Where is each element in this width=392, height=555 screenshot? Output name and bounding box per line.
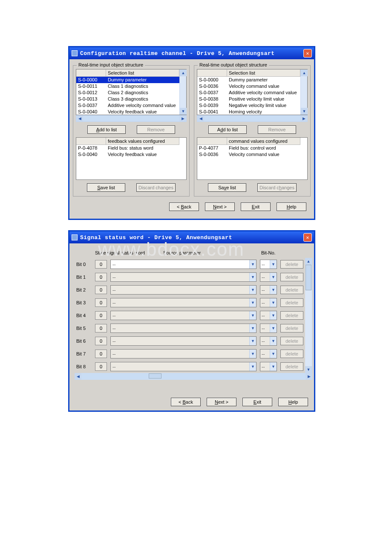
list-item[interactable]: S-0-0000Dummy parameter <box>76 77 179 83</box>
bit-state: 0 <box>95 298 107 307</box>
hscrollbar[interactable]: ◀ ▶ <box>76 115 187 122</box>
scroll-thumb[interactable] <box>149 373 161 379</box>
delete-button: delete <box>280 298 303 307</box>
list-item[interactable]: S-0-0037Additive velocity command value <box>76 102 179 109</box>
scrollbar[interactable]: ▲ ▼ <box>179 69 186 115</box>
scroll-thumb[interactable] <box>306 265 311 290</box>
col-bitno-header: Bit-No. <box>261 250 287 255</box>
scroll-up-icon[interactable]: ▲ <box>305 258 312 265</box>
scroll-down-icon[interactable]: ▼ <box>305 366 312 373</box>
list-item[interactable]: P-0-4078Field bus: status word <box>76 145 179 151</box>
scroll-down-icon[interactable]: ▼ <box>180 108 187 115</box>
save-list-button[interactable]: Save list <box>87 183 125 192</box>
col-state-header: State signal status word <box>95 250 163 255</box>
scroll-left-icon[interactable]: ◀ <box>75 373 81 380</box>
next-button[interactable]: Next > <box>205 202 235 211</box>
bit-no-select: --▼ <box>260 311 277 320</box>
list-item[interactable]: S-0-0000Dummy parameter <box>197 77 300 83</box>
input-group-legend: Real-time input object structure <box>77 62 145 67</box>
remove-button: Remove <box>258 125 296 134</box>
list-item[interactable]: S-0-0011Class 1 diagnostics <box>76 83 179 90</box>
bit-state: 0 <box>95 311 107 320</box>
chevron-down-icon: ▼ <box>249 273 256 281</box>
hscrollbar[interactable]: ◀ ▶ <box>197 115 308 122</box>
input-structure-group: Real-time input object structure Selecti… <box>73 65 190 197</box>
list-item[interactable]: S-0-0040Velocity feedback value <box>76 151 179 158</box>
bit-no-select[interactable]: --▼ <box>260 260 277 269</box>
list-item[interactable]: S-0-0039Negative velocity limit value <box>197 102 300 109</box>
add-to-list-button[interactable]: Add to list <box>208 125 247 134</box>
scroll-right-icon[interactable]: ▶ <box>300 116 307 121</box>
hscrollbar[interactable]: ◀ ▶ <box>75 373 312 380</box>
delete-button: delete <box>280 260 303 269</box>
window-title: Signal status word - Drive 5, Anwendungs… <box>80 234 232 241</box>
back-button[interactable]: < Back <box>171 398 201 406</box>
list-item[interactable]: P-0-4077Field bus: control word <box>197 145 300 151</box>
list-item[interactable]: S-0-0013Class 3 diagnostics <box>76 96 179 102</box>
exit-button[interactable]: Exit <box>242 398 272 406</box>
bit-label: Bit 6 <box>76 338 92 344</box>
feedback-configured-list[interactable]: feedback values configured P-0-4078Field… <box>76 137 187 180</box>
discard-changes-button: Discard changes <box>136 183 176 192</box>
chevron-down-icon[interactable]: ▼ <box>249 260 256 269</box>
chevron-down-icon: ▼ <box>249 362 256 371</box>
command-configured-list[interactable]: command values configured P-0-4077Field … <box>197 137 308 180</box>
chevron-down-icon[interactable]: ▼ <box>270 260 277 269</box>
help-button[interactable]: Help <box>278 398 308 406</box>
chevron-down-icon: ▼ <box>249 298 256 307</box>
source-parameter-select: --▼ <box>110 349 257 358</box>
bit-row: Bit 30--▼--▼delete <box>75 296 312 309</box>
bit-label: Bit 7 <box>76 351 92 356</box>
list-item[interactable]: S-0-0037Additive velocity command value <box>197 90 300 96</box>
config-realtime-window: Configuration realtime channel - Drive 5… <box>68 46 315 220</box>
scroll-up-icon[interactable]: ▲ <box>301 69 308 76</box>
scroll-right-icon[interactable]: ▶ <box>179 116 186 121</box>
input-selection-list[interactable]: Selection list S-0-0000Dummy parameterS-… <box>76 69 187 115</box>
close-icon[interactable]: ✕ <box>303 49 312 58</box>
list-item[interactable]: S-0-0012Class 2 diagnostics <box>76 90 179 96</box>
list-item[interactable]: S-0-0036Velocity command value <box>197 83 300 90</box>
bit-no-select: --▼ <box>260 272 277 282</box>
list-item[interactable]: S-0-0038Positive velocity limit value <box>197 96 300 102</box>
add-to-list-button[interactable]: Add to list <box>87 125 126 134</box>
chevron-down-icon: ▼ <box>270 362 277 371</box>
save-list-button[interactable]: Save list <box>208 183 246 192</box>
list-item[interactable]: S-0-0041Homing velocity <box>197 109 300 115</box>
bit-no-select: --▼ <box>260 362 277 371</box>
back-button[interactable]: < Back <box>169 202 199 211</box>
app-icon <box>72 234 78 240</box>
feedback-header: feedback values configured <box>106 138 179 145</box>
chevron-down-icon: ▼ <box>270 298 277 307</box>
help-button[interactable]: Help <box>277 202 306 211</box>
bit-row: Bit 60--▼--▼delete <box>75 335 312 347</box>
app-icon <box>72 50 78 56</box>
scroll-up-icon[interactable]: ▲ <box>180 69 187 76</box>
bit-state: 0 <box>95 350 107 358</box>
scroll-left-icon[interactable]: ◀ <box>197 116 204 121</box>
list-item[interactable]: S-0-0036Velocity command value <box>197 151 300 158</box>
close-icon[interactable]: ✕ <box>303 233 312 242</box>
scrollbar[interactable]: ▲ ▼ <box>300 69 307 115</box>
bit-no-select: --▼ <box>260 285 277 295</box>
scroll-right-icon[interactable]: ▶ <box>306 373 312 380</box>
source-parameter-select[interactable]: --▼ <box>110 260 257 269</box>
scroll-left-icon[interactable]: ◀ <box>76 116 83 121</box>
next-button[interactable]: Next > <box>207 398 236 406</box>
bit-row: Bit 10--▼--▼delete <box>75 271 312 283</box>
scroll-down-icon[interactable]: ▼ <box>301 108 308 115</box>
remove-button: Remove <box>137 125 175 134</box>
scrollbar[interactable]: ▲ ▼ <box>305 258 312 373</box>
delete-button: delete <box>280 337 303 345</box>
list-item[interactable]: S-0-0040Velocity feedback value <box>76 109 179 115</box>
delete-button: delete <box>280 286 303 294</box>
chevron-down-icon: ▼ <box>249 311 256 320</box>
output-selection-list[interactable]: Selection list S-0-0000Dummy parameterS-… <box>197 69 308 115</box>
chevron-down-icon: ▼ <box>270 286 277 294</box>
bit-row: Bit 80--▼--▼delete <box>75 360 312 373</box>
delete-button: delete <box>280 324 303 332</box>
bit-label: Bit 8 <box>76 364 92 369</box>
selection-list-header: Selection list <box>106 69 179 76</box>
bit-label: Bit 0 <box>76 262 92 267</box>
bit-state: 0 <box>95 273 107 281</box>
exit-button[interactable]: Exit <box>241 202 271 211</box>
